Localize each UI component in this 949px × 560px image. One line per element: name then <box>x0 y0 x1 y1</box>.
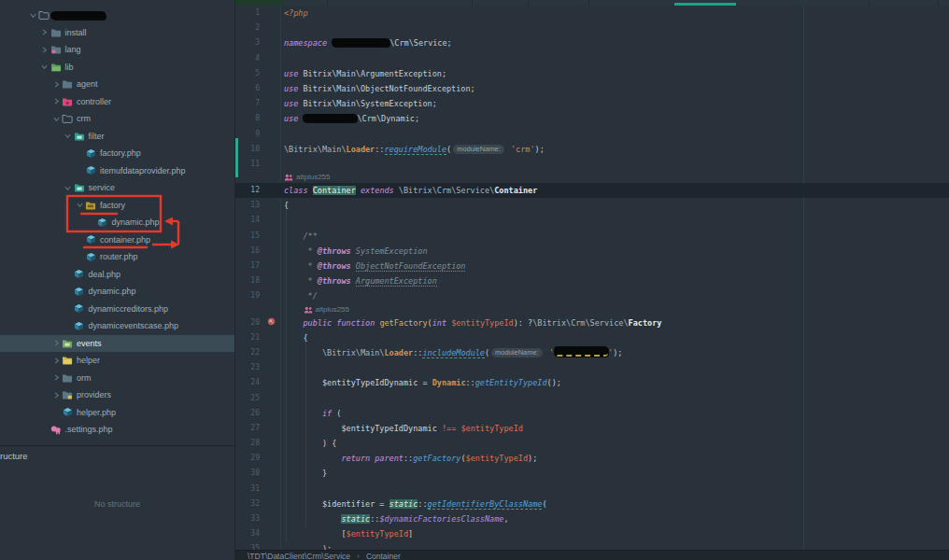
line-number[interactable]: 20 <box>235 315 267 330</box>
line-number[interactable]: 1 <box>235 6 267 21</box>
code-line-25[interactable]: 25 <box>235 391 949 406</box>
chevron-down-icon[interactable] <box>39 62 50 73</box>
breadcrumb-path[interactable]: \TDT\DataClient\Crm\Service <box>248 551 350 560</box>
chevron-right-icon[interactable] <box>39 44 50 55</box>
code-line-13[interactable]: 13{ <box>235 198 949 213</box>
tree-item-controller[interactable]: controller <box>0 93 234 111</box>
line-number[interactable]: 12 <box>235 183 267 198</box>
inlay-author-label[interactable]: altplus255 <box>316 304 349 315</box>
code-line-14[interactable]: 14 <box>235 213 949 228</box>
code-line-24[interactable]: 24 $entityTypeIdDynamic = Dynamic::getEn… <box>235 375 949 390</box>
chevron-right-icon[interactable] <box>50 372 62 384</box>
tree-item-service[interactable]: service <box>0 179 234 197</box>
chevron-down-icon[interactable] <box>63 182 74 193</box>
code-line-21[interactable]: 21 { <box>235 330 949 345</box>
line-number[interactable]: 28 <box>235 436 267 451</box>
tree-item-container.php[interactable]: container.php <box>0 231 234 249</box>
code-line-20[interactable]: 20 public function getFactory(int $entit… <box>235 315 949 330</box>
code-line-26[interactable]: 26 if ( <box>235 406 949 421</box>
tree-item-providers[interactable]: providers <box>0 386 234 404</box>
line-number[interactable]: 22 <box>235 345 267 360</box>
line-number[interactable]: 13 <box>235 198 267 213</box>
line-number[interactable]: 3 <box>235 35 267 50</box>
tree-item-filter[interactable]: filter <box>0 128 234 146</box>
line-number[interactable]: 29 <box>235 451 267 466</box>
code-line-19[interactable]: 19 */ <box>235 288 949 303</box>
code-line-9[interactable]: 9 <box>235 127 949 142</box>
code-line-8[interactable]: 8use \Crm\Dynamic; <box>235 111 949 126</box>
chevron-down-icon[interactable] <box>50 113 62 124</box>
line-number[interactable]: 2 <box>235 21 267 35</box>
line-number[interactable]: 17 <box>235 259 267 273</box>
tree-item-helper.php[interactable]: helper.php <box>0 404 234 422</box>
chevron-down-icon[interactable] <box>63 131 74 142</box>
line-number[interactable]: 25 <box>235 391 267 406</box>
code-line-23[interactable]: 23 <box>235 360 949 375</box>
chevron-right-icon[interactable] <box>50 78 62 90</box>
chevron-down-icon[interactable] <box>27 9 38 21</box>
line-number[interactable]: 9 <box>235 127 267 142</box>
code-line-6[interactable]: 6use Bitrix\Main\ObjectNotFoundException… <box>235 81 949 96</box>
override-gutter-icon[interactable] <box>267 315 284 330</box>
line-number[interactable]: 10 <box>235 142 267 157</box>
code-line-27[interactable]: 27 $entityTypeIdDynamic !== $entityTypeI… <box>235 421 949 436</box>
code-line-1[interactable]: 1<?php <box>235 6 949 21</box>
code-line-22[interactable]: 22 \Bitrix\Main\Loader::includeModule(mo… <box>235 345 949 360</box>
code-vision-inlay[interactable]: altplus255 <box>235 172 949 183</box>
code-line-3[interactable]: 3namespace \Crm\Service; <box>235 35 949 50</box>
line-number[interactable]: 27 <box>235 421 267 436</box>
line-number[interactable]: 24 <box>235 375 267 390</box>
code-line-32[interactable]: 32 $identifier = static::getIdentifierBy… <box>235 497 949 511</box>
code-line-29[interactable]: 29 return parent::getFactory($entityType… <box>235 451 949 466</box>
line-number[interactable]: 6 <box>235 81 267 96</box>
tree-item-crm[interactable]: crm <box>0 110 234 128</box>
code-line-2[interactable]: 2 <box>235 21 949 35</box>
code-line-17[interactable]: 17 * @throws ObjectNotFoundException <box>235 259 949 273</box>
chevron-right-icon[interactable] <box>50 389 62 400</box>
tree-item-lib[interactable]: lib <box>0 59 234 77</box>
code-area[interactable]: 1<?php23namespace \Crm\Service;45use Bit… <box>235 6 949 550</box>
chevron-down-icon[interactable] <box>74 200 85 211</box>
line-number[interactable]: 34 <box>235 526 267 541</box>
chevron-right-icon[interactable] <box>50 355 62 366</box>
code-vision-inlay[interactable]: altplus255 <box>235 304 949 315</box>
chevron-right-icon[interactable] <box>50 96 62 107</box>
tree-item-install[interactable]: install <box>0 24 234 42</box>
code-line-28[interactable]: 28 ) { <box>235 436 949 451</box>
line-number[interactable]: 5 <box>235 66 267 81</box>
code-line-11[interactable]: 11 <box>235 157 949 172</box>
tree-item-dynamiceventscase.php[interactable]: dynamiceventscase.php <box>0 317 234 335</box>
code-line-5[interactable]: 5use Bitrix\Main\ArgumentException; <box>235 66 949 81</box>
line-number[interactable]: 16 <box>235 244 267 259</box>
line-number[interactable]: 7 <box>235 96 267 111</box>
line-number[interactable]: 30 <box>235 466 267 481</box>
tree-item-helper[interactable]: helper <box>0 352 234 370</box>
code-line-4[interactable]: 4 <box>235 51 949 66</box>
line-number[interactable]: 15 <box>235 229 267 244</box>
line-number[interactable]: 18 <box>235 273 267 288</box>
line-number[interactable]: 11 <box>235 157 267 172</box>
chevron-right-icon[interactable] <box>50 338 62 349</box>
inlay-author-label[interactable]: altplus255 <box>296 172 330 183</box>
line-number[interactable]: 8 <box>235 111 267 126</box>
line-number[interactable]: 35 <box>235 541 267 550</box>
code-line-16[interactable]: 16 * @throws SystemException <box>235 244 949 259</box>
tree-item-router.php[interactable]: router.php <box>0 248 234 266</box>
line-number[interactable]: 32 <box>235 497 267 511</box>
line-number[interactable]: 14 <box>235 213 267 228</box>
tree-item-lang[interactable]: lang <box>0 41 234 59</box>
line-number[interactable]: 31 <box>235 482 267 497</box>
code-line-35[interactable]: 35 ); <box>235 541 949 550</box>
tree-item-factory[interactable]: factory <box>0 197 234 215</box>
line-number[interactable]: 23 <box>235 360 267 375</box>
code-line-33[interactable]: 33 static::$dynamicFactoriesClassName, <box>235 511 949 526</box>
chevron-right-icon[interactable] <box>39 27 50 38</box>
line-number[interactable]: 21 <box>235 330 267 345</box>
tree-item-deal.php[interactable]: deal.php <box>0 266 234 284</box>
code-line-30[interactable]: 30 } <box>235 466 949 481</box>
tree-item-orm[interactable]: orm <box>0 370 234 387</box>
line-number[interactable]: 4 <box>235 51 267 66</box>
line-number[interactable]: 19 <box>235 288 267 303</box>
code-line-31[interactable]: 31 <box>235 482 949 497</box>
tree-item-factory.php[interactable]: factory.php <box>0 145 234 162</box>
